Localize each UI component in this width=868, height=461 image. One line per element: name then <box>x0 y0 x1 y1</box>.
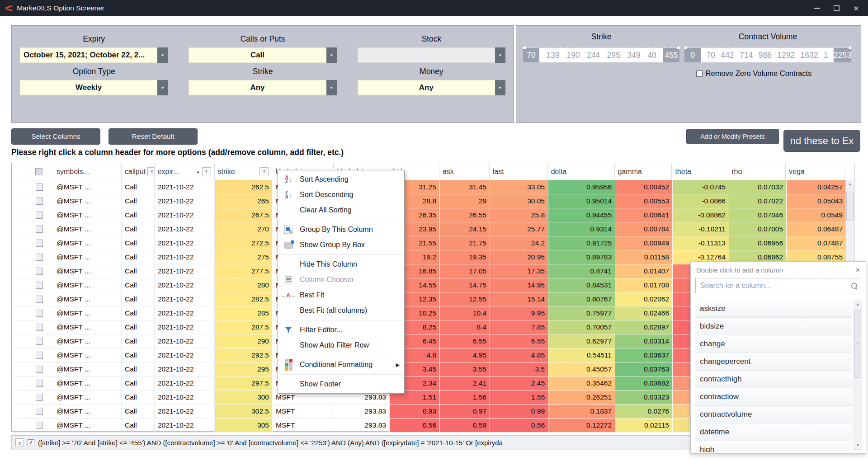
column-header-gamma[interactable]: gamma <box>615 163 672 180</box>
cell-symbol[interactable]: @MSFT ... <box>53 250 122 264</box>
cell-callput[interactable]: Call <box>122 250 155 264</box>
cell-symbol[interactable]: @MSFT ... <box>53 348 122 362</box>
cell-gamma[interactable]: 0.02062 <box>615 292 673 306</box>
cell-last[interactable]: 9.95 <box>490 306 548 320</box>
chevron-down-icon[interactable]: ▼ <box>326 47 337 63</box>
cell-strike[interactable]: 290 <box>215 334 273 348</box>
scroll-up-icon[interactable]: ▲ <box>854 300 862 308</box>
cell-last[interactable]: 15.14 <box>490 292 548 306</box>
calls-or-puts-dropdown[interactable]: Call ▼ <box>189 47 336 63</box>
scroll-up-icon[interactable]: ▲ <box>846 180 854 188</box>
cell-indicator[interactable] <box>12 250 25 264</box>
cell-ask[interactable]: 19.35 <box>440 250 490 264</box>
cell-vega[interactable]: 0.05043 <box>787 194 846 208</box>
cell-gamma[interactable]: 0.03323 <box>615 390 673 405</box>
column-chooser-item-contractlow[interactable]: contractlow <box>695 388 852 406</box>
row-checkbox[interactable] <box>36 422 43 429</box>
cell-expiry[interactable]: 2021-10-22 <box>155 236 215 250</box>
cell-expiry[interactable]: 2021-10-22 <box>155 194 215 208</box>
cell-symbol[interactable]: @MSFT ... <box>53 405 122 419</box>
menu-item-filter-editor[interactable]: Filter Editor... <box>278 322 404 338</box>
scrollbar-thumb[interactable] <box>846 192 854 221</box>
cell-symbol[interactable]: @MSFT ... <box>53 419 122 433</box>
cell-indicator[interactable] <box>12 264 25 278</box>
column-chooser-item-contractvolume[interactable]: contractvolume <box>695 406 852 423</box>
menu-item-conditional-formatting[interactable]: Conditional Formatting▶ <box>278 357 404 372</box>
cell-gamma[interactable]: 0.0276 <box>615 405 673 419</box>
cell-symbol[interactable]: @MSFT ... <box>53 264 122 278</box>
chevron-down-icon[interactable]: ▼ <box>157 80 168 95</box>
cell-expiry[interactable]: 2021-10-22 <box>155 278 215 292</box>
send-to-excel-button[interactable]: nd these to Ex <box>783 130 860 152</box>
cell-rowcheck[interactable] <box>25 334 53 348</box>
row-checkbox[interactable] <box>36 296 43 303</box>
row-checkbox[interactable] <box>36 408 43 415</box>
cell-rowcheck[interactable] <box>25 250 53 264</box>
cell-gamma[interactable]: 0.00641 <box>615 208 673 222</box>
cell-callput[interactable]: Call <box>122 264 155 278</box>
cell-indicator[interactable] <box>12 236 25 250</box>
cell-last[interactable]: 30.05 <box>490 194 548 208</box>
row-checkbox[interactable] <box>36 212 43 219</box>
cell-delta[interactable]: 0.89783 <box>548 250 615 264</box>
cell-ask[interactable]: 1.56 <box>440 390 490 405</box>
cell-rowcheck[interactable] <box>25 194 53 208</box>
cell-delta[interactable]: 0.12272 <box>548 419 615 433</box>
row-checkbox[interactable] <box>36 183 43 191</box>
cell-ask[interactable]: 10.4 <box>440 306 490 320</box>
cell-strike[interactable]: 262.5 <box>215 180 273 194</box>
cell-expiry[interactable]: 2021-10-22 <box>155 334 215 348</box>
cell-callput[interactable]: Call <box>122 306 155 320</box>
strike-range-slider[interactable]: 70 13919024429534940 455 <box>523 47 680 63</box>
cell-last[interactable]: 0.56 <box>490 419 548 433</box>
column-chooser-scrollbar[interactable]: ▲ ≡ ▼ <box>854 300 862 450</box>
column-chooser-item-datetime[interactable]: datetime <box>695 423 852 441</box>
cell-delta[interactable]: 0.80767 <box>548 292 615 306</box>
column-search-input[interactable] <box>696 278 847 293</box>
strike-min-handle[interactable]: 70 <box>523 48 539 62</box>
cell-rowcheck[interactable] <box>25 278 53 292</box>
cell-gamma[interactable]: 0.02115 <box>615 419 673 433</box>
cell-indicator[interactable] <box>12 208 25 222</box>
cell-last[interactable]: 4.85 <box>490 348 548 362</box>
cell-gamma[interactable]: 0.01708 <box>615 278 673 292</box>
reset-default-button[interactable]: Reset Default <box>108 128 198 145</box>
cell-expiry[interactable]: 2021-10-22 <box>155 180 215 194</box>
cell-callput[interactable]: Call <box>122 405 155 419</box>
cell-ask[interactable]: 2.41 <box>440 376 490 390</box>
cell-strike[interactable]: 285 <box>215 306 273 320</box>
column-chooser-item-high[interactable]: high <box>695 441 852 452</box>
cell-indicator[interactable] <box>12 194 25 208</box>
cell-expiry[interactable]: 2021-10-22 <box>155 208 215 222</box>
cell-callput[interactable]: Call <box>122 194 155 208</box>
cell-ask[interactable]: 21.75 <box>440 236 490 250</box>
cell-strike[interactable]: 270 <box>215 222 273 236</box>
cell-last[interactable]: 17.35 <box>490 264 548 278</box>
cell-ask[interactable]: 0.59 <box>440 419 490 433</box>
cell-expiry[interactable]: 2021-10-22 <box>155 348 215 362</box>
cell-delta[interactable]: 0.75977 <box>548 306 615 320</box>
row-checkbox[interactable] <box>36 310 43 317</box>
cell-ask[interactable]: 31.45 <box>440 180 490 194</box>
row-checkbox[interactable] <box>36 226 43 233</box>
cell-symbol[interactable]: @MSFT ... <box>53 236 122 250</box>
remove-filter-button[interactable]: x <box>15 438 24 447</box>
cell-symbol[interactable]: @MSFT ... <box>53 208 122 222</box>
cell-delta[interactable]: 0.26251 <box>548 390 615 405</box>
cell-strike[interactable]: 297.5 <box>215 376 273 390</box>
cell-indicator[interactable] <box>12 376 25 390</box>
cell-callput[interactable]: Call <box>122 376 155 390</box>
cell-indicator[interactable] <box>12 334 25 348</box>
cell-delta[interactable]: 0.8741 <box>548 264 615 278</box>
cell-gamma[interactable]: 0.00949 <box>615 236 673 250</box>
scroll-down-icon[interactable]: ▼ <box>854 441 862 449</box>
row-checkbox[interactable] <box>36 366 43 373</box>
cell-bid[interactable]: 0.56 <box>390 419 440 433</box>
cell-gamma[interactable]: 0.01407 <box>615 264 673 278</box>
cell-expiry[interactable]: 2021-10-22 <box>155 250 215 264</box>
cell-indicator[interactable] <box>12 405 25 419</box>
cell-rho[interactable]: 0.07005 <box>729 222 787 236</box>
cell-strike[interactable]: 280 <box>215 278 273 292</box>
cell-indicator[interactable] <box>12 390 25 405</box>
menu-item-sort-ascending[interactable]: AZ↓Sort Ascending <box>278 172 404 187</box>
